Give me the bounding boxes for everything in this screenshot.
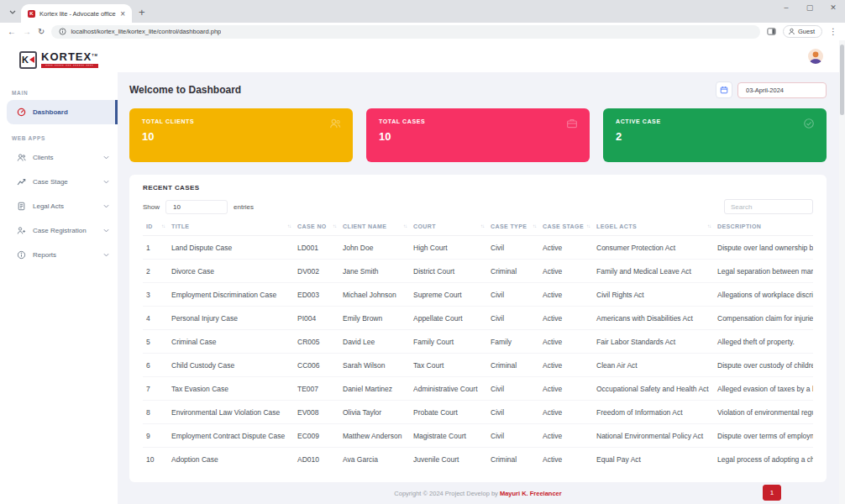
forward-button[interactable]: →	[23, 28, 31, 36]
table-cell: Compensation claim for injuries sus	[714, 307, 813, 330]
sidebar-item-reports[interactable]: Reports	[7, 243, 118, 267]
sidebar-item-label: Legal Acts	[33, 202, 64, 210]
sort-icon: ↑↓	[707, 223, 711, 228]
browser-tab-strip: K Kortex lite - Advocate office So × + –…	[0, 0, 845, 23]
table-cell: Civil	[487, 424, 539, 448]
stat-card-label: ACTIVE CASE	[616, 118, 814, 124]
table-cell: Consumer Protection Act	[593, 236, 714, 260]
brand-logo[interactable]: K KORTEXTM ▪▪▪▪ ▪▪▪▪▪ ▪▪▪ ▪▪▪▪▪▪ ▪▪▪▪	[0, 40, 118, 79]
column-header-description[interactable]: DESCRIPTION	[714, 218, 813, 236]
pagination-page-button[interactable]: 1	[763, 485, 781, 501]
user-avatar[interactable]	[808, 49, 823, 64]
table-row[interactable]: 1Land Dispute CaseLD001John DoeHigh Cour…	[143, 236, 813, 260]
sidebar-item-legal-acts[interactable]: Legal Acts	[7, 194, 118, 218]
column-header-court[interactable]: COURT↑↓	[410, 218, 487, 236]
brand-tagline: ▪▪▪▪ ▪▪▪▪▪ ▪▪▪ ▪▪▪▪▪▪ ▪▪▪▪	[41, 64, 98, 69]
new-tab-button[interactable]: +	[139, 7, 145, 18]
tab-close-icon[interactable]: ×	[120, 9, 125, 18]
case-registration-icon	[17, 226, 26, 235]
back-button[interactable]: ←	[8, 28, 16, 36]
table-cell: Ava Garcia	[339, 448, 410, 471]
table-cell: Active	[539, 307, 593, 330]
address-input[interactable]: localhost/kortex_lite/kortex_lite/contro…	[51, 25, 760, 39]
table-row[interactable]: 9Employment Contract Dispute CaseEC009Ma…	[143, 424, 813, 448]
footer-author-link[interactable]: Mayuri K. Freelancer	[500, 490, 562, 497]
table-row[interactable]: 2Divorce CaseDV002Jane SmithDistrict Cou…	[143, 260, 813, 283]
browser-tab[interactable]: K Kortex lite - Advocate office So ×	[21, 4, 132, 23]
cases-card-icon	[565, 118, 579, 129]
main-area: Welcome to Dashboard TOTAL CLIENTS 10 TO…	[118, 40, 845, 504]
browser-window: K Kortex lite - Advocate office So × + –…	[0, 0, 845, 504]
stat-card-value: 10	[379, 130, 577, 143]
stat-card-active-case[interactable]: ACTIVE CASE 2	[603, 108, 827, 162]
sidebar-item-label: Clients	[33, 154, 53, 161]
url-text: localhost/kortex_lite/kortex_lite/contro…	[71, 28, 221, 35]
footer: Copyright © 2024 Project Develop by Mayu…	[129, 482, 827, 504]
table-cell: Equal Pay Act	[593, 448, 714, 471]
table-cell: Civil	[487, 236, 539, 260]
column-header-title[interactable]: TITLE↑↓	[168, 218, 294, 236]
site-info-icon[interactable]	[59, 28, 66, 35]
side-panel-icon[interactable]	[767, 27, 776, 36]
profile-person-icon	[788, 28, 795, 35]
sort-icon: ↑↓	[287, 223, 291, 228]
case-stage-icon	[17, 177, 26, 186]
sidebar-item-case-registration[interactable]: Case Registration	[7, 218, 118, 243]
table-row[interactable]: 3Employment Discrimination CaseED003Mich…	[143, 283, 813, 307]
column-header-id[interactable]: ID↑↓	[143, 218, 168, 236]
scrollbar[interactable]	[839, 40, 845, 504]
table-row[interactable]: 4Personal Injury CasePI004Emily BrownApp…	[143, 307, 813, 330]
table-row[interactable]: 8Environmental Law Violation CaseEV008Ol…	[143, 401, 813, 424]
entries-label: entries	[234, 203, 254, 211]
table-cell: Active	[539, 236, 593, 260]
table-cell: Legal process of adopting a child.	[714, 448, 813, 471]
table-cell: Michael Johnson	[339, 283, 410, 307]
window-close-button[interactable]: ✕	[821, 0, 845, 15]
table-row[interactable]: 10Adoption CaseAD010Ava GarciaJuvenile C…	[143, 448, 813, 471]
table-cell: Probate Court	[410, 401, 487, 424]
brand-name: KORTEXTM	[41, 51, 98, 62]
clients-icon	[17, 153, 26, 162]
sidebar-item-clients[interactable]: Clients	[7, 145, 118, 170]
sort-icon: ↑↓	[533, 223, 536, 228]
table-cell: Administrative Court	[410, 377, 487, 401]
search-input[interactable]	[724, 199, 813, 214]
table-cell: Daniel Martinez	[339, 377, 410, 401]
table-cell: 5	[143, 330, 168, 354]
stat-card-total-clients[interactable]: TOTAL CLIENTS 10	[129, 108, 353, 162]
column-header-client-name[interactable]: CLIENT NAME↑↓	[339, 218, 410, 236]
table-cell: CR005	[294, 330, 339, 354]
profile-label: Guest	[798, 28, 815, 35]
scrollbar-thumb[interactable]	[840, 45, 844, 115]
column-header-case-type[interactable]: CASE TYPE↑↓	[487, 218, 539, 236]
table-cell: Tax Court	[410, 354, 487, 377]
window-minimize-button[interactable]: –	[774, 0, 798, 15]
table-cell: Criminal Case	[168, 330, 294, 354]
table-cell: Environmental Law Violation Case	[168, 401, 294, 424]
sidebar-item-case-stage[interactable]: Case Stage	[7, 170, 118, 194]
calendar-icon[interactable]	[716, 81, 732, 98]
nav-section-label: WEB APPS	[12, 135, 118, 141]
column-header-case-no[interactable]: CASE NO↑↓	[294, 218, 339, 236]
date-input[interactable]	[737, 82, 827, 98]
table-cell: Land Dispute Case	[168, 236, 294, 260]
stat-card-total-cases[interactable]: TOTAL CASES 10	[366, 108, 590, 162]
nav-section-label: MAIN	[12, 90, 118, 96]
profile-button[interactable]: Guest	[783, 25, 822, 38]
column-header-case-stage[interactable]: CASE STAGE↑↓	[539, 218, 593, 236]
sort-icon: ↑↓	[586, 223, 590, 228]
reload-button[interactable]: ↻	[38, 28, 45, 36]
table-cell: John Doe	[339, 236, 410, 260]
table-row[interactable]: 6Child Custody CaseCC006Sarah WilsonTax …	[143, 354, 813, 377]
column-header-legel-acts[interactable]: LEGEL ACTS↑↓	[593, 218, 714, 236]
window-maximize-button[interactable]: ▢	[798, 0, 821, 15]
table-row[interactable]: 7Tax Evasion CaseTE007Daniel MartinezAdm…	[143, 377, 813, 401]
browser-menu-icon[interactable]: ⋮	[829, 27, 837, 36]
table-cell: Fair Labor Standards Act	[593, 330, 714, 354]
tab-search-chevron-icon[interactable]	[6, 5, 19, 18]
table-cell: Appellate Court	[410, 307, 487, 330]
table-row[interactable]: 5Criminal CaseCR005David LeeFamily Court…	[143, 330, 813, 354]
sidebar-item-dashboard[interactable]: Dashboard	[7, 100, 118, 124]
entries-select[interactable]: 10	[165, 200, 228, 214]
legal-acts-icon	[17, 202, 26, 211]
